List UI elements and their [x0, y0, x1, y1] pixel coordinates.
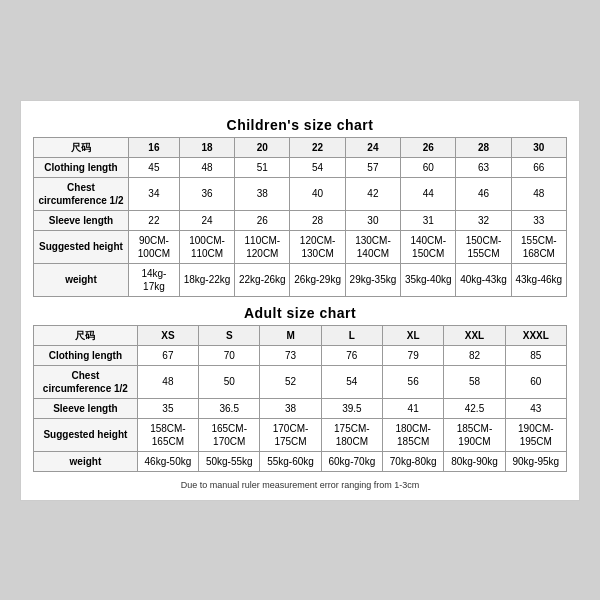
cell-value: 48 — [137, 365, 198, 398]
cell-value: 185CM-190CM — [444, 418, 505, 451]
column-header: 18 — [179, 137, 234, 157]
cell-value: 38 — [260, 398, 321, 418]
row-label: Sleeve length — [34, 210, 129, 230]
table-row: Chest circumference 1/23436384042444648 — [34, 177, 567, 210]
table-row: Sleeve length2224262830313233 — [34, 210, 567, 230]
cell-value: 54 — [290, 157, 345, 177]
cell-value: 46 — [456, 177, 511, 210]
cell-value: 58 — [444, 365, 505, 398]
column-header: M — [260, 325, 321, 345]
row-label: Suggested height — [34, 418, 138, 451]
cell-value: 26kg-29kg — [290, 263, 345, 296]
cell-value: 120CM-130CM — [290, 230, 345, 263]
column-header: L — [321, 325, 382, 345]
cell-value: 36 — [179, 177, 234, 210]
table-row: Suggested height158CM-165CM165CM-170CM17… — [34, 418, 567, 451]
column-header: 尺码 — [34, 137, 129, 157]
cell-value: 29kg-35kg — [345, 263, 400, 296]
cell-value: 130CM-140CM — [345, 230, 400, 263]
cell-value: 33 — [511, 210, 566, 230]
cell-value: 43kg-46kg — [511, 263, 566, 296]
cell-value: 35 — [137, 398, 198, 418]
cell-value: 41 — [383, 398, 444, 418]
cell-value: 175CM-180CM — [321, 418, 382, 451]
cell-value: 79 — [383, 345, 444, 365]
column-header: XXL — [444, 325, 505, 345]
cell-value: 40 — [290, 177, 345, 210]
cell-value: 22kg-26kg — [235, 263, 290, 296]
cell-value: 158CM-165CM — [137, 418, 198, 451]
cell-value: 28 — [290, 210, 345, 230]
row-label: weight — [34, 451, 138, 471]
cell-value: 22 — [128, 210, 179, 230]
cell-value: 82 — [444, 345, 505, 365]
cell-value: 39.5 — [321, 398, 382, 418]
cell-value: 51 — [235, 157, 290, 177]
cell-value: 34 — [128, 177, 179, 210]
cell-value: 190CM-195CM — [505, 418, 566, 451]
cell-value: 45 — [128, 157, 179, 177]
cell-value: 30 — [345, 210, 400, 230]
chart-container: Children's size chart 尺码1618202224262830… — [20, 100, 580, 501]
cell-value: 170CM-175CM — [260, 418, 321, 451]
cell-value: 180CM-185CM — [383, 418, 444, 451]
column-header: 20 — [235, 137, 290, 157]
column-header: XL — [383, 325, 444, 345]
adult-size-table: 尺码XSSMLXLXXLXXXL Clothing length67707376… — [33, 325, 567, 472]
cell-value: 54 — [321, 365, 382, 398]
children-chart-title: Children's size chart — [33, 117, 567, 133]
row-label: Chest circumference 1/2 — [34, 177, 129, 210]
column-header: 26 — [401, 137, 456, 157]
column-header: 28 — [456, 137, 511, 157]
cell-value: 57 — [345, 157, 400, 177]
row-label: weight — [34, 263, 129, 296]
cell-value: 55kg-60kg — [260, 451, 321, 471]
column-header: S — [199, 325, 260, 345]
cell-value: 36.5 — [199, 398, 260, 418]
cell-value: 90CM-100CM — [128, 230, 179, 263]
table-row: Chest circumference 1/248505254565860 — [34, 365, 567, 398]
cell-value: 40kg-43kg — [456, 263, 511, 296]
cell-value: 44 — [401, 177, 456, 210]
cell-value: 140CM-150CM — [401, 230, 456, 263]
cell-value: 35kg-40kg — [401, 263, 456, 296]
column-header: 30 — [511, 137, 566, 157]
row-label: Suggested height — [34, 230, 129, 263]
cell-value: 60 — [401, 157, 456, 177]
cell-value: 70kg-80kg — [383, 451, 444, 471]
column-header: 24 — [345, 137, 400, 157]
adult-chart-title: Adult size chart — [33, 305, 567, 321]
column-header: 22 — [290, 137, 345, 157]
cell-value: 46kg-50kg — [137, 451, 198, 471]
cell-value: 31 — [401, 210, 456, 230]
cell-value: 85 — [505, 345, 566, 365]
cell-value: 150CM-155CM — [456, 230, 511, 263]
cell-value: 24 — [179, 210, 234, 230]
cell-value: 110CM-120CM — [235, 230, 290, 263]
cell-value: 48 — [179, 157, 234, 177]
cell-value: 80kg-90kg — [444, 451, 505, 471]
cell-value: 52 — [260, 365, 321, 398]
cell-value: 67 — [137, 345, 198, 365]
cell-value: 66 — [511, 157, 566, 177]
cell-value: 48 — [511, 177, 566, 210]
cell-value: 42.5 — [444, 398, 505, 418]
cell-value: 155CM-168CM — [511, 230, 566, 263]
cell-value: 76 — [321, 345, 382, 365]
cell-value: 50 — [199, 365, 260, 398]
cell-value: 50kg-55kg — [199, 451, 260, 471]
table-row: weight46kg-50kg50kg-55kg55kg-60kg60kg-70… — [34, 451, 567, 471]
cell-value: 70 — [199, 345, 260, 365]
cell-value: 56 — [383, 365, 444, 398]
cell-value: 165CM-170CM — [199, 418, 260, 451]
row-label: Clothing length — [34, 345, 138, 365]
table-row: Sleeve length3536.53839.54142.543 — [34, 398, 567, 418]
cell-value: 90kg-95kg — [505, 451, 566, 471]
row-label: Sleeve length — [34, 398, 138, 418]
column-header: XS — [137, 325, 198, 345]
cell-value: 60kg-70kg — [321, 451, 382, 471]
column-header: 尺码 — [34, 325, 138, 345]
cell-value: 63 — [456, 157, 511, 177]
cell-value: 73 — [260, 345, 321, 365]
column-header: XXXL — [505, 325, 566, 345]
